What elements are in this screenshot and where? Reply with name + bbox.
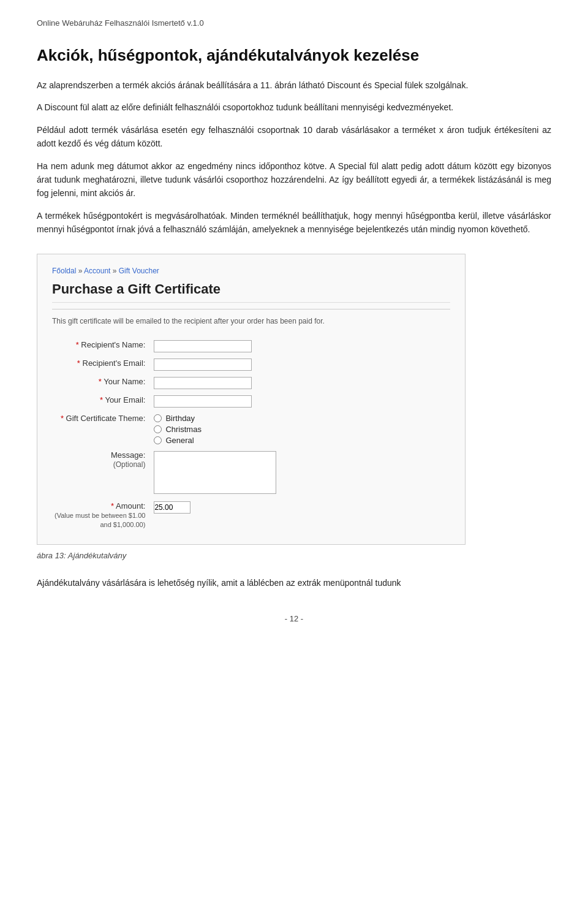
recipient-name-label: * Recipient's Name:	[52, 337, 151, 355]
info-text: This gift certificate will be emailed to…	[52, 316, 450, 327]
your-name-row: * Your Name:	[52, 374, 450, 392]
theme-christmas-radio[interactable]	[154, 425, 162, 433]
paragraph-4: Ha nem adunk meg dátumot akkor az engedm…	[37, 159, 551, 200]
page-title: Akciók, hűségpontok, ajándékutalványok k…	[37, 46, 551, 65]
theme-row: * Gift Certificate Theme: Birthday Chris…	[52, 411, 450, 448]
theme-christmas-option[interactable]: Christmas	[154, 425, 448, 434]
paragraph-3: Például adott termék vásárlása esetén eg…	[37, 123, 551, 151]
theme-general-option[interactable]: General	[154, 436, 448, 445]
theme-birthday-option[interactable]: Birthday	[154, 414, 448, 423]
breadcrumb-account[interactable]: Account	[84, 267, 110, 275]
paragraph-5: A termékek hűségpontokért is megvásárolh…	[37, 209, 551, 237]
breadcrumb: Főoldal » Account » Gift Voucher	[52, 267, 450, 275]
theme-general-label: General	[165, 436, 194, 445]
theme-birthday-radio[interactable]	[154, 414, 162, 422]
gift-certificate-heading: Purchase a Gift Certificate	[52, 281, 450, 303]
theme-options: Birthday Christmas General	[154, 414, 448, 445]
theme-general-radio[interactable]	[154, 436, 162, 444]
amount-label: * Amount: (Value must be between $1.00an…	[52, 499, 151, 532]
paragraph-2: A Discount fül alatt az előre definiált …	[37, 101, 551, 114]
your-email-input[interactable]	[154, 395, 252, 408]
your-name-input[interactable]	[154, 377, 252, 389]
amount-input[interactable]	[154, 501, 190, 514]
screenshot-box: Főoldal » Account » Gift Voucher Purchas…	[37, 254, 466, 545]
message-label: Message:(Optional)	[52, 448, 151, 499]
gift-certificate-form: * Recipient's Name: * Recipient's Email:…	[52, 337, 450, 532]
last-paragraph: Ajándékutalvány vásárlására is lehetőség…	[37, 576, 551, 590]
paragraph-1: Az alaprendszerben a termék akciós árána…	[37, 78, 551, 92]
figure-caption: ábra 13: Ajándékutalvány	[37, 550, 551, 563]
page-number: - 12 -	[37, 614, 551, 623]
divider	[52, 309, 450, 309]
theme-label: * Gift Certificate Theme:	[52, 411, 151, 448]
recipient-name-input[interactable]	[154, 340, 252, 352]
your-email-label: * Your Email:	[52, 392, 151, 411]
your-name-label: * Your Name:	[52, 374, 151, 392]
recipient-email-input[interactable]	[154, 359, 252, 371]
theme-christmas-label: Christmas	[165, 425, 202, 434]
recipient-email-label: * Recipient's Email:	[52, 355, 151, 374]
recipient-name-row: * Recipient's Name:	[52, 337, 450, 355]
your-email-row: * Your Email:	[52, 392, 450, 411]
message-textarea[interactable]	[154, 451, 276, 494]
message-row: Message:(Optional)	[52, 448, 450, 499]
breadcrumb-gift-voucher[interactable]: Gift Voucher	[119, 267, 159, 275]
breadcrumb-home[interactable]: Főoldal	[52, 267, 76, 275]
amount-row: * Amount: (Value must be between $1.00an…	[52, 499, 450, 532]
theme-birthday-label: Birthday	[165, 414, 195, 423]
recipient-email-row: * Recipient's Email:	[52, 355, 450, 374]
header-title: Online Webáruház Felhasználói Ismertető …	[37, 18, 551, 28]
